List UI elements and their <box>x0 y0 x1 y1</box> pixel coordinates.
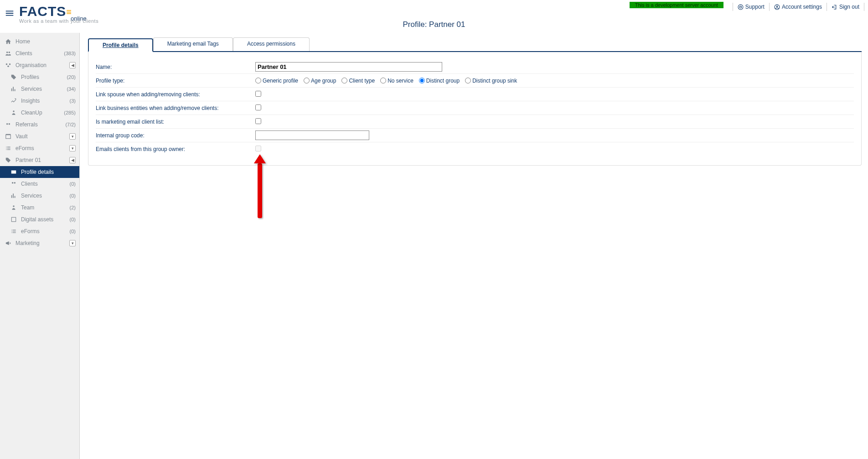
label-internal-code: Internal group code: <box>96 132 255 139</box>
sidebar-item-referrals[interactable]: Referrals (7/2) <box>0 119 79 130</box>
nav-count: (0) <box>70 193 76 198</box>
internal-code-input[interactable] <box>255 130 369 140</box>
tab-access-permissions[interactable]: Access permissions <box>233 37 310 51</box>
name-input[interactable] <box>255 62 442 72</box>
support-label: Support <box>745 4 765 10</box>
row-is-marketing: Is marketing email client list: <box>96 115 854 129</box>
people-icon <box>9 181 18 187</box>
list-icon <box>9 228 18 235</box>
sidebar-item-eforms[interactable]: eForms ▾ <box>0 142 79 154</box>
account-settings-link[interactable]: Account settings <box>769 3 827 11</box>
svg-point-1 <box>739 6 741 8</box>
svg-point-8 <box>7 66 9 68</box>
insights-icon <box>9 98 18 104</box>
nav-count: (20) <box>67 74 76 80</box>
megaphone-icon <box>4 240 13 246</box>
sidebar-item-profiles[interactable]: Profiles (20) <box>0 71 79 83</box>
radio-generic[interactable]: Generic profile <box>255 78 298 84</box>
radio-no-service[interactable]: No service <box>380 78 413 84</box>
signout-label: Sign out <box>839 4 859 10</box>
chart-icon <box>9 86 18 92</box>
radio-distinct-group[interactable]: Distinct group <box>419 78 460 84</box>
nav-label: CleanUp <box>21 110 64 116</box>
svg-point-9 <box>13 110 15 112</box>
svg-rect-13 <box>6 134 11 135</box>
home-icon <box>4 38 13 45</box>
sidebar-item-team[interactable]: Team (2) <box>0 202 79 214</box>
svg-point-11 <box>9 123 10 125</box>
label-is-marketing: Is marketing email client list: <box>96 119 255 125</box>
support-link[interactable]: Support <box>733 3 769 11</box>
sidebar-item-cleanup[interactable]: CleanUp (285) <box>0 107 79 119</box>
expand-icon[interactable]: ▾ <box>69 145 76 151</box>
sidebar-item-home[interactable]: Home <box>0 36 79 47</box>
svg-point-7 <box>9 63 11 65</box>
checkbox-is-marketing[interactable] <box>255 118 261 124</box>
chart-icon <box>9 193 18 199</box>
svg-rect-18 <box>11 217 16 221</box>
svg-point-5 <box>9 52 10 53</box>
radio-age-group[interactable]: Age group <box>304 78 336 84</box>
sidebar-item-partner01[interactable]: Partner 01 ◀ <box>0 154 79 166</box>
nav-count: (3) <box>70 98 76 104</box>
expand-icon[interactable]: ▾ <box>69 133 76 140</box>
checkbox-link-spouse[interactable] <box>255 91 261 97</box>
label-link-business: Link business entities when adding/remov… <box>96 105 255 111</box>
sidebar-item-sub-eforms[interactable]: eForms (0) <box>0 225 79 237</box>
sidebar-item-organisation[interactable]: Organisation ◀ <box>0 59 79 71</box>
radio-client-type[interactable]: Client type <box>341 78 375 84</box>
svg-point-17 <box>13 205 15 207</box>
sidebar-item-marketing[interactable]: Marketing ▾ <box>0 237 79 249</box>
page-title: Profile: Partner 01 <box>0 20 868 29</box>
svg-point-10 <box>6 123 8 125</box>
nav-label: Team <box>21 204 70 211</box>
tag-icon <box>4 157 13 163</box>
org-icon <box>4 62 13 68</box>
support-icon <box>738 4 744 10</box>
expand-icon[interactable]: ▾ <box>69 240 76 246</box>
sidebar-item-profile-details[interactable]: Profile details <box>0 166 79 178</box>
hamburger-icon[interactable] <box>5 8 16 19</box>
row-link-spouse: Link spouse when adding/removing clients… <box>96 88 854 101</box>
nav-label: Referrals <box>16 121 65 128</box>
nav-label: Partner 01 <box>16 157 69 163</box>
logo-dashes-icon: ≡ <box>66 7 71 17</box>
referrals-icon <box>4 121 13 128</box>
logo-main: FACTS <box>19 4 66 19</box>
nav-count: (0) <box>70 217 76 222</box>
sidebar-item-digital-assets[interactable]: Digital assets (0) <box>0 214 79 225</box>
nav-label: eForms <box>16 145 69 151</box>
sidebar-item-vault[interactable]: Vault ▾ <box>0 130 79 142</box>
team-icon <box>9 204 18 211</box>
row-internal-code: Internal group code: <box>96 129 854 142</box>
dev-banner: This is a development server account <box>630 2 723 8</box>
collapse-icon[interactable]: ◀ <box>69 62 76 68</box>
checkbox-link-business[interactable] <box>255 104 261 110</box>
label-profile-type: Profile type: <box>96 78 255 84</box>
svg-rect-14 <box>11 171 16 174</box>
row-profile-type: Profile type: Generic profile Age group … <box>96 74 854 88</box>
nav-count: (7/2) <box>65 122 76 127</box>
tab-marketing-tags[interactable]: Marketing email Tags <box>153 37 233 51</box>
svg-point-0 <box>738 5 743 10</box>
nav-label: Insights <box>21 98 70 104</box>
sidebar-item-sub-clients[interactable]: Clients (0) <box>0 178 79 190</box>
nav-count: (0) <box>70 229 76 234</box>
main-content: Profile details Marketing email Tags Acc… <box>80 33 868 459</box>
cleanup-icon <box>9 110 18 116</box>
collapse-icon[interactable]: ◀ <box>69 157 76 163</box>
vault-icon <box>4 133 13 140</box>
svg-point-16 <box>14 182 16 184</box>
sidebar-item-insights[interactable]: Insights (3) <box>0 95 79 107</box>
radio-distinct-sink[interactable]: Distinct group sink <box>465 78 517 84</box>
sidebar-item-clients[interactable]: Clients (383) <box>0 47 79 59</box>
label-emails-owner: Emails clients from this group owner: <box>96 146 255 152</box>
tab-profile-details[interactable]: Profile details <box>88 38 153 52</box>
nav-label: Home <box>16 38 76 45</box>
sidebar-item-services[interactable]: Services (34) <box>0 83 79 95</box>
sidebar-item-sub-services[interactable]: Services (0) <box>0 190 79 202</box>
people-icon <box>4 50 13 57</box>
svg-point-3 <box>776 5 778 7</box>
signout-link[interactable]: Sign out <box>827 3 864 11</box>
tag-icon <box>9 74 18 80</box>
